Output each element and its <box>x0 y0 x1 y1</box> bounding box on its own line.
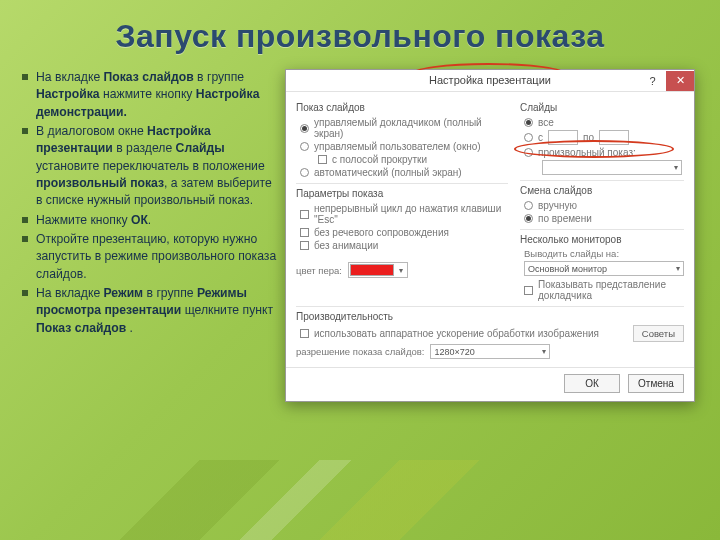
group-show-type: Показ слайдов <box>296 102 508 113</box>
pen-color-label: цвет пера: <box>296 265 342 276</box>
group-show-options: Параметры показа <box>296 188 508 199</box>
group-monitors: Несколько мониторов <box>520 234 684 245</box>
chevron-down-icon: ▾ <box>542 347 546 356</box>
chevron-down-icon: ▾ <box>396 266 406 275</box>
opt-kiosk[interactable]: автоматический (полный экран) <box>296 166 508 179</box>
dialog-titlebar: Настройка презентации ? ✕ <box>286 70 694 92</box>
custom-show-dropdown[interactable]: ▾ <box>542 160 682 175</box>
bullet-list: На вкладке Показ слайдов в группе Настро… <box>22 69 277 402</box>
checkbox-icon <box>318 155 327 164</box>
chevron-down-icon: ▾ <box>676 264 680 273</box>
opt-speaker[interactable]: управляемый докладчиком (полный экран) <box>296 116 508 140</box>
radio-icon <box>524 201 533 210</box>
bullet-item: Откройте презентацию, которую нужно запу… <box>22 231 277 283</box>
color-swatch-icon <box>350 264 394 276</box>
radio-icon <box>524 214 533 223</box>
radio-icon <box>300 124 309 133</box>
checkbox-icon <box>524 286 533 295</box>
pen-color-dropdown[interactable]: ▾ <box>348 262 408 278</box>
opt-individual[interactable]: управляемый пользователем (окно) <box>296 140 508 153</box>
opt-loop[interactable]: непрерывный цикл до нажатия клавиши "Esc… <box>296 202 508 226</box>
radio-icon <box>300 168 309 177</box>
checkbox-icon <box>300 329 309 338</box>
radio-icon <box>524 133 533 142</box>
radio-icon <box>300 142 309 151</box>
radio-icon <box>524 148 533 157</box>
tips-button[interactable]: Советы <box>633 325 684 342</box>
group-performance: Производительность <box>296 311 684 322</box>
settings-dialog: Настройка презентации ? ✕ Показ слайдов … <box>285 69 695 402</box>
dialog-caption: Настройка презентации <box>286 74 694 86</box>
resolution-dropdown[interactable]: 1280×720▾ <box>430 344 550 359</box>
bullet-item: В диалоговом окне Настройка презентации … <box>22 123 277 210</box>
checkbox-icon <box>300 210 309 219</box>
radio-icon <box>524 118 533 127</box>
group-advance: Смена слайдов <box>520 185 684 196</box>
ok-button[interactable]: ОК <box>564 374 620 393</box>
opt-narration[interactable]: без речевого сопровождения <box>296 226 508 239</box>
opt-range[interactable]: с по <box>520 129 684 146</box>
checkbox-icon <box>300 241 309 250</box>
cancel-button[interactable]: Отмена <box>628 374 684 393</box>
bullet-item: На вкладке Показ слайдов в группе Настро… <box>22 69 277 121</box>
checkbox-icon <box>300 228 309 237</box>
display-on-label: Выводить слайды на: <box>524 248 684 259</box>
slide-title: Запуск произвольного показа <box>22 18 698 55</box>
opt-all-slides[interactable]: все <box>520 116 684 129</box>
from-input[interactable] <box>548 130 578 145</box>
opt-animation[interactable]: без анимации <box>296 239 508 252</box>
display-dropdown[interactable]: Основной монитор▾ <box>524 261 684 276</box>
group-slides: Слайды <box>520 102 684 113</box>
opt-custom-show[interactable]: произвольный показ: <box>520 146 684 159</box>
to-input[interactable] <box>599 130 629 145</box>
opt-presenter-view[interactable]: Показывать представление докладчика <box>520 278 684 302</box>
bullet-item: Нажмите кнопку ОК. <box>22 212 277 229</box>
opt-manual[interactable]: вручную <box>520 199 684 212</box>
resolution-label: разрешение показа слайдов: <box>296 346 424 357</box>
opt-timings[interactable]: по времени <box>520 212 684 225</box>
chevron-down-icon: ▾ <box>674 163 678 172</box>
opt-hw-accel[interactable]: использовать аппаратное ускорение обрабо… <box>296 327 599 340</box>
opt-scrollbar[interactable]: с полосой прокрутки <box>314 153 508 166</box>
bullet-item: На вкладке Режим в группе Режимы просмот… <box>22 285 277 337</box>
